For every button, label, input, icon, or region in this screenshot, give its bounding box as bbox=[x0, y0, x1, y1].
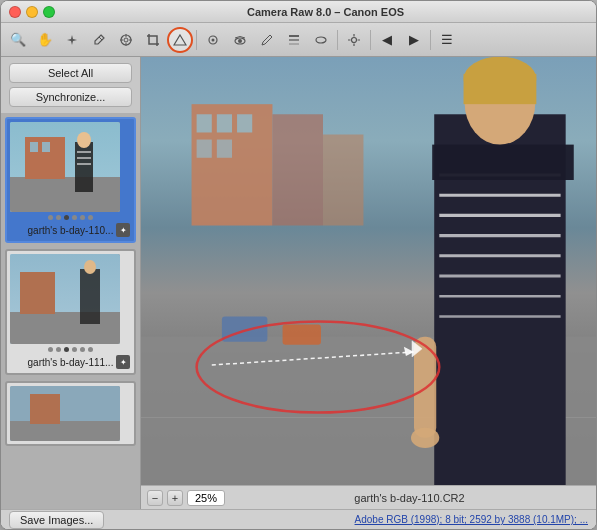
preview-area: − + 25% garth's b-day-110.CR2 bbox=[141, 57, 596, 509]
svg-rect-51 bbox=[283, 325, 321, 345]
close-button[interactable] bbox=[9, 6, 21, 18]
dot bbox=[72, 347, 77, 352]
prev-image-button[interactable]: ◀ bbox=[374, 27, 400, 53]
separator-2 bbox=[337, 30, 338, 50]
preferences-tool[interactable] bbox=[341, 27, 367, 53]
svg-rect-46 bbox=[272, 114, 323, 225]
thumbnail-item-1[interactable]: ✦ garth's b-day-110... bbox=[5, 117, 136, 243]
graduated-filter-tool[interactable] bbox=[281, 27, 307, 53]
minimize-button[interactable] bbox=[26, 6, 38, 18]
synchronize-button[interactable]: Synchronize... bbox=[9, 87, 132, 107]
svg-rect-34 bbox=[80, 269, 100, 324]
dot bbox=[56, 347, 61, 352]
svg-point-27 bbox=[77, 132, 91, 148]
svg-point-35 bbox=[84, 260, 96, 274]
maximize-button[interactable] bbox=[43, 6, 55, 18]
svg-rect-44 bbox=[197, 140, 212, 158]
straighten-tool[interactable] bbox=[167, 27, 193, 53]
svg-rect-32 bbox=[10, 312, 120, 344]
svg-point-11 bbox=[238, 39, 242, 43]
preview-filename: garth's b-day-110.CR2 bbox=[229, 492, 590, 504]
dot bbox=[56, 215, 61, 220]
adjustment-brush-tool[interactable] bbox=[254, 27, 280, 53]
svg-rect-43 bbox=[237, 114, 252, 132]
zoom-in-button[interactable]: + bbox=[167, 490, 183, 506]
svg-marker-7 bbox=[174, 35, 186, 45]
svg-rect-42 bbox=[217, 114, 232, 132]
thumb-inner-1: ✦ garth's b-day-110... bbox=[5, 117, 136, 243]
select-all-button[interactable]: Select All bbox=[9, 63, 132, 83]
red-eye-tool[interactable] bbox=[227, 27, 253, 53]
color-sampler-tool[interactable] bbox=[86, 27, 112, 53]
thumb-image-3 bbox=[10, 386, 120, 441]
thumb-label-1: garth's b-day-110... bbox=[10, 223, 131, 238]
zoom-display[interactable]: 25% bbox=[187, 490, 225, 506]
svg-rect-13 bbox=[289, 39, 299, 41]
dot bbox=[72, 215, 77, 220]
preview-image bbox=[141, 57, 596, 485]
svg-point-15 bbox=[316, 37, 326, 43]
dot bbox=[64, 347, 69, 352]
svg-rect-41 bbox=[197, 114, 212, 132]
toolbar: 🔍 ✋ bbox=[1, 23, 596, 57]
dot bbox=[48, 347, 53, 352]
dot bbox=[64, 215, 69, 220]
svg-rect-24 bbox=[30, 142, 38, 152]
svg-rect-37 bbox=[10, 421, 120, 441]
radial-filter-tool[interactable] bbox=[308, 27, 334, 53]
status-info-link[interactable]: Adobe RGB (1998); 8 bit; 2592 by 3888 (1… bbox=[355, 514, 588, 525]
thumb-image-2 bbox=[10, 254, 120, 344]
panel-toggle-button[interactable]: ☰ bbox=[434, 27, 460, 53]
svg-point-66 bbox=[411, 428, 439, 448]
crop-tool[interactable] bbox=[140, 27, 166, 53]
white-balance-tool[interactable] bbox=[59, 27, 85, 53]
svg-rect-22 bbox=[10, 177, 120, 212]
svg-rect-25 bbox=[42, 142, 50, 152]
zoom-tool[interactable]: 🔍 bbox=[5, 27, 31, 53]
dot bbox=[80, 347, 85, 352]
save-images-button[interactable]: Save Images... bbox=[9, 511, 104, 529]
thumb-image-1 bbox=[10, 122, 120, 212]
thumb-badge-2: ✦ bbox=[116, 355, 130, 369]
left-panel: Select All Synchronize... bbox=[1, 57, 141, 509]
thumbnail-item-2[interactable]: ✦ garth's b-day-111... bbox=[5, 249, 136, 375]
statusbar: Save Images... Adobe RGB (1998); 8 bit; … bbox=[1, 509, 596, 529]
thumbnail-item-3[interactable] bbox=[5, 381, 136, 446]
thumb-inner-2: ✦ garth's b-day-111... bbox=[5, 249, 136, 375]
hand-tool[interactable]: ✋ bbox=[32, 27, 58, 53]
svg-rect-33 bbox=[20, 272, 55, 314]
thumb-dots-2 bbox=[10, 347, 131, 352]
svg-rect-45 bbox=[217, 140, 232, 158]
dot bbox=[88, 347, 93, 352]
next-image-button[interactable]: ▶ bbox=[401, 27, 427, 53]
svg-rect-61 bbox=[432, 145, 574, 180]
svg-line-0 bbox=[99, 37, 102, 40]
thumb-badge-1: ✦ bbox=[116, 223, 130, 237]
dot bbox=[88, 215, 93, 220]
svg-rect-14 bbox=[289, 43, 299, 45]
zoom-out-button[interactable]: − bbox=[147, 490, 163, 506]
separator-1 bbox=[196, 30, 197, 50]
svg-point-2 bbox=[124, 38, 128, 42]
svg-rect-50 bbox=[222, 317, 268, 342]
photo-svg bbox=[141, 57, 596, 485]
svg-rect-26 bbox=[75, 142, 93, 192]
svg-rect-47 bbox=[323, 135, 363, 226]
svg-rect-64 bbox=[464, 74, 537, 104]
target-adjustment-tool[interactable] bbox=[113, 27, 139, 53]
panel-buttons: Select All Synchronize... bbox=[1, 57, 140, 113]
traffic-lights bbox=[9, 6, 55, 18]
thumb-label-2: garth's b-day-111... bbox=[10, 355, 131, 370]
main-content: Select All Synchronize... bbox=[1, 57, 596, 509]
svg-rect-65 bbox=[414, 337, 436, 438]
window-title: Camera Raw 8.0 – Canon EOS bbox=[63, 6, 588, 18]
separator-3 bbox=[370, 30, 371, 50]
dot bbox=[48, 215, 53, 220]
spot-removal-tool[interactable] bbox=[200, 27, 226, 53]
titlebar: Camera Raw 8.0 – Canon EOS bbox=[1, 1, 596, 23]
filmstrip[interactable]: ✦ garth's b-day-110... bbox=[1, 113, 140, 509]
svg-point-9 bbox=[212, 38, 215, 41]
dot bbox=[80, 215, 85, 220]
app-window: Camera Raw 8.0 – Canon EOS 🔍 ✋ bbox=[0, 0, 597, 530]
thumb-inner-3 bbox=[5, 381, 136, 446]
